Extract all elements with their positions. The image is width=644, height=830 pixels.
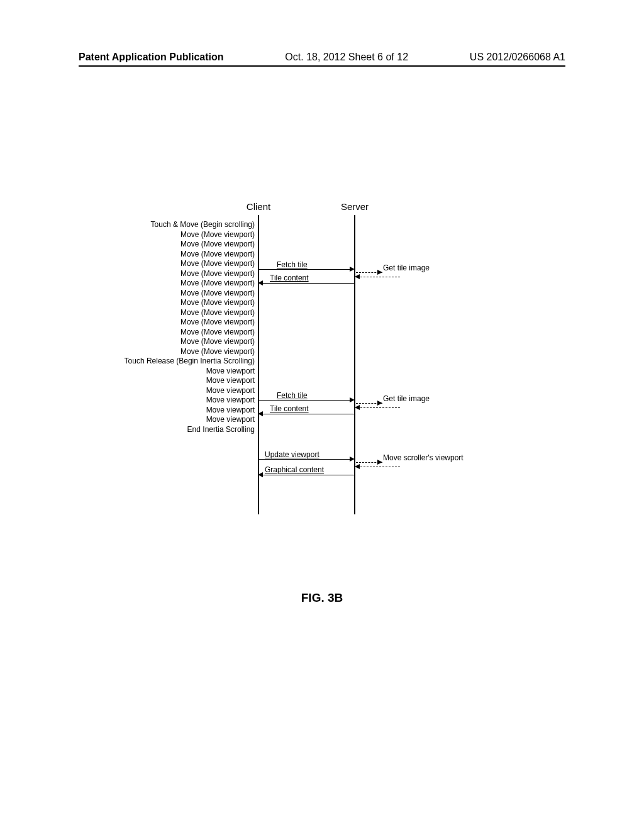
- msg-tile-content-2: Tile content: [270, 404, 309, 413]
- client-event: Move (Move viewport): [110, 328, 255, 338]
- arrow-fetch-2: [259, 400, 353, 401]
- client-event: Move (Move viewport): [110, 337, 255, 347]
- msg-graphical-content: Graphical content: [265, 465, 324, 474]
- msg-move-scroller: Move scroller's viewport: [383, 453, 464, 462]
- arrow-fetch-1: [259, 269, 353, 270]
- header-center: Oct. 18, 2012 Sheet 6 of 12: [285, 52, 408, 63]
- server-header: Server: [341, 201, 369, 212]
- client-event: Move (Move viewport): [110, 279, 255, 289]
- client-event: Move viewport: [110, 415, 255, 425]
- header-right: US 2012/0266068 A1: [470, 52, 565, 63]
- msg-fetch-tile-2: Fetch tile: [277, 391, 308, 400]
- arrowhead-icon: [350, 456, 355, 462]
- client-event: Move (Move viewport): [110, 259, 255, 269]
- arrowhead-icon: [350, 267, 355, 272]
- client-event: End Inertia Scrolling: [110, 425, 255, 435]
- client-event: Move viewport: [110, 396, 255, 406]
- msg-get-tile-1: Get tile image: [383, 263, 430, 272]
- msg-tile-content-1: Tile content: [270, 274, 309, 282]
- arrowhead-icon: [377, 270, 382, 275]
- client-event: Move viewport: [110, 367, 255, 377]
- arrowhead-icon: [355, 274, 360, 279]
- server-lifeline: [354, 215, 355, 514]
- arrow-get-2b: [357, 407, 400, 408]
- arrow-update: [259, 459, 353, 460]
- client-event: Move (Move viewport): [110, 240, 255, 250]
- client-event: Move viewport: [110, 406, 255, 416]
- msg-get-tile-2: Get tile image: [383, 394, 430, 403]
- arrowhead-icon: [258, 472, 263, 477]
- client-event: Move (Move viewport): [110, 289, 255, 299]
- client-event: Touch Release (Begin Inertia Scrolling): [110, 357, 255, 367]
- client-event: Move viewport: [110, 386, 255, 396]
- header-left: Patent Application Publication: [79, 52, 224, 63]
- msg-update-viewport: Update viewport: [265, 450, 319, 459]
- msg-fetch-tile-1: Fetch tile: [277, 260, 308, 269]
- arrow-graphical: [260, 475, 355, 475]
- client-event: Move viewport: [110, 376, 255, 386]
- client-event: Move (Move viewport): [110, 269, 255, 279]
- arrowhead-icon: [355, 405, 360, 410]
- arrow-content-2: [260, 414, 355, 414]
- arrowhead-icon: [258, 280, 263, 285]
- client-event: Touch & Move (Begin scrolling): [110, 220, 255, 230]
- client-lifeline: [258, 215, 259, 514]
- arrow-scroller-b: [357, 467, 400, 467]
- client-event: Move (Move viewport): [110, 318, 255, 328]
- arrowhead-icon: [377, 460, 382, 465]
- client-event: Move (Move viewport): [110, 230, 255, 240]
- client-header: Client: [247, 201, 270, 212]
- client-event: Move (Move viewport): [110, 347, 255, 357]
- client-event: Move (Move viewport): [110, 308, 255, 318]
- arrowhead-icon: [258, 411, 263, 416]
- client-event: Move (Move viewport): [110, 250, 255, 260]
- arrowhead-icon: [377, 401, 382, 406]
- page-header: Patent Application Publication Oct. 18, …: [0, 52, 644, 63]
- client-event: Move (Move viewport): [110, 298, 255, 308]
- arrowhead-icon: [355, 464, 360, 469]
- header-rule: [79, 65, 565, 67]
- client-events-list: Touch & Move (Begin scrolling) Move (Mov…: [110, 220, 255, 434]
- figure-caption: FIG. 3B: [301, 591, 343, 605]
- arrow-content-1: [260, 283, 355, 284]
- arrowhead-icon: [350, 397, 355, 402]
- arrow-get-1b: [357, 277, 400, 277]
